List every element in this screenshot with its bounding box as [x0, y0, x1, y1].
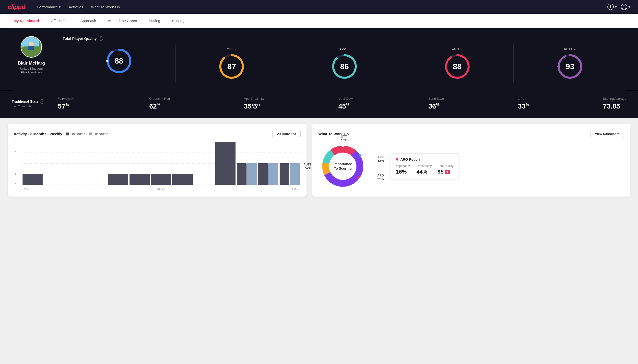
info-icon[interactable]: ? — [99, 36, 103, 40]
gauge-total: 88 — [63, 44, 175, 83]
bar-off-10[interactable] — [247, 163, 257, 185]
bar-on-10[interactable] — [237, 163, 247, 185]
tooltip-importance-col: Importance 16% — [396, 164, 410, 175]
nav-performance[interactable]: Performance ▾ — [37, 5, 61, 9]
stat-scoring-avg: Scoring Average 73.85 — [603, 97, 626, 110]
tab-putting[interactable]: Putting — [143, 14, 166, 28]
gauge-value-total: 88 — [115, 56, 123, 66]
legend-dot-on — [66, 132, 69, 136]
tab-approach[interactable]: Approach — [74, 14, 102, 28]
stat-fairways-hit: Fairways Hit 57% — [58, 97, 75, 110]
trad-stats-title: Traditional Stats ? — [12, 99, 46, 104]
gauge-label-ott: OTT ↗ — [227, 48, 237, 51]
activity-card-header: Activity - 3 Months - Weekly On course O… — [14, 130, 301, 138]
top-nav: clippd Performance ▾ Activities What To … — [0, 0, 638, 14]
stat-label-updown: Up & Down — [338, 97, 354, 100]
trad-stats-subtitle: Last 20 rounds — [12, 105, 46, 108]
stat-value-scoring: 73.85 — [603, 102, 620, 110]
donut-label-arg: ARG 21% — [377, 174, 384, 181]
chart-legend: On course Off course — [66, 132, 108, 136]
tab-my-dashboard[interactable]: My Dashboard — [8, 14, 45, 28]
traditional-stats: Traditional Stats ? Last 20 rounds Fairw… — [0, 91, 638, 118]
stat-one-putt: 1 Putt 33% — [518, 97, 529, 110]
bar-group-4 — [108, 174, 128, 185]
bar-on-6[interactable] — [151, 174, 171, 185]
bar-on-11[interactable] — [258, 163, 268, 185]
tooltip-shotquality-col: Shot Quality 95 ▼ — [438, 164, 453, 175]
legend-on-course: On course — [66, 132, 85, 136]
all-activities-button[interactable]: All Activities — [273, 130, 301, 138]
stat-value-sand: 36% — [429, 102, 440, 110]
tooltip-header: ARG Rough — [396, 158, 453, 161]
tooltip-opportunity-value: 44% — [416, 169, 432, 175]
svg-point-30 — [359, 154, 362, 157]
bar-group-6 — [151, 174, 171, 185]
tooltip-shotquality-label: Shot Quality — [438, 164, 453, 168]
nav-links: Performance ▾ Activities What To Work On — [37, 5, 607, 9]
tooltip-card: ARG Rough Importance 16% Opportunity 44%… — [391, 153, 459, 179]
tooltip-dot — [396, 158, 398, 160]
user-menu-button[interactable]: ▾ — [621, 4, 630, 10]
stat-label-fairways: Fairways Hit — [58, 97, 75, 100]
view-dashboard-button[interactable]: View Dashboard — [590, 130, 624, 138]
gauge-value-putt: 93 — [565, 62, 574, 71]
activity-title: Activity - 3 Months - Weekly — [14, 132, 62, 136]
bar-on-0[interactable] — [23, 174, 43, 185]
x-labels: 7 Feb 28 Mar 9 May — [22, 188, 301, 191]
chart-area: 4 3 2 1 0 7 Feb 28 Mar 9 May — [14, 142, 301, 191]
bar-group-5 — [129, 174, 150, 185]
svg-point-4 — [623, 5, 625, 7]
bar-off-12[interactable] — [290, 163, 300, 185]
gauge-label-app: APP ↗ — [340, 48, 349, 51]
add-button[interactable]: ▾ — [607, 4, 617, 10]
legend-dot-off — [89, 132, 92, 136]
nav-what-to-work-on[interactable]: What To Work On — [91, 5, 120, 9]
bar-group-3 — [87, 184, 107, 185]
tooltip-importance-label: Importance — [396, 164, 410, 168]
donut-center-label: Importance To Scoring — [333, 162, 352, 171]
scores-title: Total Player Quality — [63, 36, 97, 40]
gauge-circle-putt: 93 — [556, 53, 583, 80]
arrow-icon-arg: ↗ — [460, 48, 463, 51]
tooltip-row: Importance 16% Opportunity 44% Shot Qual… — [396, 164, 453, 175]
svg-point-17 — [332, 66, 334, 68]
donut-area: PUTT 57% OTT 10% APP 12% ARG 21% — [318, 142, 624, 191]
nav-actions: ▾ ▾ — [607, 4, 630, 10]
stat-label-sand: Sand Save — [429, 97, 444, 100]
trad-stats-info-icon[interactable]: ? — [40, 99, 44, 104]
gauge-value-app: 86 — [340, 62, 349, 71]
bar-group-2 — [65, 184, 85, 185]
tab-around-the-green[interactable]: Around the Green — [102, 14, 143, 28]
what-to-work-on-card: What To Work On View Dashboard PUTT 57% … — [312, 124, 630, 196]
tab-off-the-tee[interactable]: Off the Tee — [45, 14, 74, 28]
bar-group-10 — [237, 163, 257, 185]
donut-label-ott: OTT 10% — [341, 135, 347, 142]
bar-on-5[interactable] — [129, 174, 150, 185]
gauge-circle-arg: 88 — [444, 53, 471, 80]
tab-scoring[interactable]: Scoring — [166, 14, 190, 28]
donut-label-putt: PUTT 57% — [304, 163, 311, 170]
bar-on-7[interactable] — [172, 174, 192, 185]
bar-on-12[interactable] — [280, 163, 289, 185]
bar-group-7 — [172, 174, 192, 185]
x-label-mar: 28 Mar — [157, 188, 165, 191]
bar-on-9[interactable] — [215, 142, 235, 185]
app-logo[interactable]: clippd — [8, 3, 25, 11]
add-circle-icon — [607, 4, 614, 10]
tooltip-title: ARG Rough — [400, 158, 420, 161]
tooltip-shotquality-value: 95 — [438, 169, 443, 175]
avatar-image — [24, 40, 39, 54]
arrow-icon-app: ↗ — [347, 48, 349, 51]
bar-off-11[interactable] — [268, 163, 278, 185]
gauge-circle-ott: 87 — [218, 53, 245, 80]
stat-label-proximity: App. Proximity — [244, 97, 264, 100]
player-name: Blair McHarg — [18, 61, 45, 66]
gauge-label-putt: PUTT ↗ — [564, 48, 576, 51]
nav-activities[interactable]: Activities — [69, 5, 83, 9]
avatar — [21, 36, 42, 58]
bar-group-11 — [258, 163, 278, 185]
gauge-circle-total: 88 — [106, 48, 132, 74]
bar-on-4[interactable] — [108, 174, 128, 185]
trad-stats-label: Traditional Stats ? Last 20 rounds — [12, 99, 46, 108]
arrow-icon-putt: ↗ — [573, 48, 576, 51]
